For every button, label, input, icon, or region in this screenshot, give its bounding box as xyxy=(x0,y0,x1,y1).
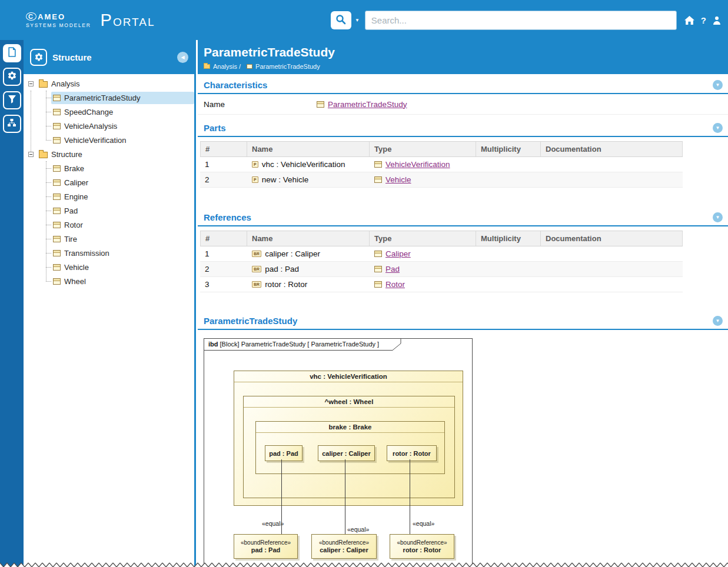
top-right-icons: ? xyxy=(684,15,721,25)
filter-tool-button[interactable] xyxy=(3,91,21,109)
documentation-cell xyxy=(541,246,683,261)
tree-item-engine[interactable]: Engine xyxy=(24,189,194,204)
row-number-cell: 2 xyxy=(200,172,247,187)
column-header: # xyxy=(200,142,247,156)
tree-item-brake[interactable]: Brake xyxy=(24,161,194,175)
tree-folder-analysis[interactable]: Analysis xyxy=(24,76,194,91)
tree-item-speedchange[interactable]: SpeedChange xyxy=(24,105,194,119)
tree-connector xyxy=(46,267,51,268)
diagram-node-vhc[interactable]: vhc : VehicleVerification ^wheel : Wheel… xyxy=(234,371,463,506)
diagram-canvas[interactable]: ibd [Block] ParametricTradeStudy [ Param… xyxy=(204,338,473,567)
breadcrumb-current[interactable]: ParametricTradeStudy xyxy=(247,63,320,70)
type-link[interactable]: VehicleVerification xyxy=(385,160,450,169)
diagram-node-wheel[interactable]: ^wheel : Wheel brake : Brake pad : Pad c… xyxy=(243,396,455,498)
settings-tool-button[interactable] xyxy=(3,68,21,86)
structure-panel-title: Structure xyxy=(52,52,172,62)
type-link[interactable]: Caliper xyxy=(385,249,411,258)
diagram-node-rotor[interactable]: rotor : Rotor xyxy=(387,445,437,461)
section-collapse-icon[interactable]: ▼ xyxy=(713,212,723,222)
tree-item-label: VehicleVerification xyxy=(64,136,127,145)
search-button[interactable] xyxy=(331,11,351,29)
section-collapse-icon[interactable]: ▼ xyxy=(713,123,723,133)
tree-item-body: Structure xyxy=(37,148,194,161)
tree-item-vehicleanalysis[interactable]: VehicleAnalysis xyxy=(24,119,194,133)
tree-connector xyxy=(46,253,51,254)
pages-tool-button[interactable] xyxy=(3,44,21,62)
diagram-node-brake[interactable]: brake : Brake pad : Pad caliper : Calipe… xyxy=(255,421,445,474)
block-icon xyxy=(53,179,61,186)
user-icon[interactable] xyxy=(713,16,721,25)
bound-reference-pad[interactable]: «boundReference» pad : Pad xyxy=(234,534,298,559)
content-scroll-area[interactable]: Characteristics ▼ Name ParametricTradeSt… xyxy=(198,74,728,567)
org-chart-icon xyxy=(7,118,16,130)
block-icon xyxy=(53,208,61,214)
bound-reference-caliper[interactable]: «boundReference» caliper : Caliper xyxy=(311,534,377,559)
tree-item-caliper[interactable]: Caliper xyxy=(24,175,194,189)
multiplicity-cell xyxy=(476,157,541,172)
block-icon xyxy=(53,236,61,242)
tree-item-wheel[interactable]: Wheel xyxy=(24,274,194,288)
property-kind-icon: BR xyxy=(252,251,261,257)
left-icon-strip xyxy=(0,40,24,567)
tree-connector xyxy=(46,98,51,98)
block-icon xyxy=(374,161,382,168)
tree-item-pad[interactable]: Pad xyxy=(24,204,194,218)
tree-item-rotor[interactable]: Rotor xyxy=(24,218,194,232)
structure-panel-header: Structure ◀ xyxy=(24,40,194,74)
tree-item-label: Engine xyxy=(64,192,88,201)
help-icon[interactable]: ? xyxy=(701,15,706,25)
block-icon xyxy=(374,251,382,257)
section-collapse-icon[interactable]: ▼ xyxy=(713,80,723,90)
diagram-node-caliper[interactable]: caliper : Caliper xyxy=(318,445,375,461)
home-icon[interactable] xyxy=(684,16,694,25)
tree-item-vehicle[interactable]: Vehicle xyxy=(24,260,194,274)
search-area: ▼ xyxy=(331,11,677,30)
parts-section: Parts ▼ #NameTypeMultiplicityDocumentati… xyxy=(198,123,728,188)
row-number-cell: 1 xyxy=(200,157,247,172)
property-name: caliper : Caliper xyxy=(265,249,320,258)
tree-item-vehicleverification[interactable]: VehicleVerification xyxy=(24,133,194,147)
type-link[interactable]: Pad xyxy=(385,265,400,274)
section-collapse-icon[interactable]: ▼ xyxy=(713,316,723,326)
tree-connector xyxy=(46,281,51,282)
name-value: ParametricTradeStudy xyxy=(317,100,407,109)
block-icon xyxy=(53,194,61,200)
tree-folder-structure[interactable]: Structure xyxy=(24,147,194,161)
product-name: PORTAL xyxy=(101,11,155,30)
table-header-row: #NameTypeMultiplicityDocumentation xyxy=(200,231,683,246)
tree-item-transmission[interactable]: Transmission xyxy=(24,246,194,260)
expand-collapse-handle[interactable] xyxy=(28,81,34,86)
block-icon xyxy=(53,264,61,271)
structure-tool-button[interactable] xyxy=(3,115,21,133)
column-header: Multiplicity xyxy=(476,142,541,156)
panel-collapse-button[interactable]: ◀ xyxy=(177,52,188,63)
cameo-logo: C AMEO SYSTEMS MODELER xyxy=(26,12,91,28)
diagram-node-pad[interactable]: pad : Pad xyxy=(265,445,302,461)
tree-item-parametrictradestudy[interactable]: ParametricTradeStudy xyxy=(24,91,194,105)
tree-item-body: ParametricTradeStudy xyxy=(51,92,194,104)
expand-collapse-handle[interactable] xyxy=(28,152,34,157)
name-value-link[interactable]: ParametricTradeStudy xyxy=(328,100,407,109)
bound-reference-rotor[interactable]: «boundReference» rotor : Rotor xyxy=(390,534,454,559)
block-icon xyxy=(317,101,324,108)
tree-item-body: Analysis xyxy=(37,78,194,90)
breadcrumb-analysis[interactable]: Analysis / xyxy=(204,63,241,70)
name-cell: BRrotor : Rotor xyxy=(247,277,370,292)
type-link[interactable]: Rotor xyxy=(385,280,405,289)
type-link[interactable]: Vehicle xyxy=(385,175,411,184)
search-input[interactable] xyxy=(365,11,677,30)
search-scope-caret-icon[interactable]: ▼ xyxy=(355,18,360,23)
folder-icon xyxy=(39,152,48,158)
content-panel: ParametricTradeStudy Analysis / Parametr… xyxy=(198,40,728,567)
tree-item-body: SpeedChange xyxy=(51,106,194,118)
characteristic-name-row: Name ParametricTradeStudy xyxy=(198,94,728,115)
cameo-c-mark: C xyxy=(26,12,36,21)
tree-item-label: Vehicle xyxy=(64,263,89,272)
tree-item-body: VehicleVerification xyxy=(51,134,194,146)
tree-item-body: Rotor xyxy=(51,219,194,231)
tree-item-body: Tire xyxy=(51,233,194,245)
tree-item-label: Transmission xyxy=(64,249,109,258)
block-icon xyxy=(53,123,61,129)
tree-item-tire[interactable]: Tire xyxy=(24,232,194,246)
tree-connector xyxy=(46,112,51,112)
